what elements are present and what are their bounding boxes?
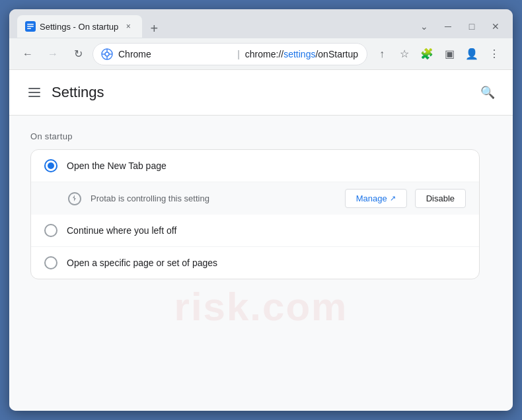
- minimize-button[interactable]: ─: [439, 17, 457, 36]
- navigation-bar: ← → ↻ Chrome | chrome://settings/onStart…: [9, 38, 513, 70]
- browser-action-icons: ↑ ☆ 🧩 ▣ 👤 ⋮: [371, 44, 505, 65]
- tab-favicon: [25, 21, 36, 32]
- title-bar: Settings - On startup × + ⌄ ─ □ ✕: [9, 9, 513, 38]
- address-chrome-label: Chrome: [118, 49, 232, 59]
- section-title: On startup: [30, 131, 492, 141]
- forward-button[interactable]: →: [42, 44, 63, 65]
- radio-specific-page[interactable]: [44, 256, 57, 269]
- page-content: PC risk.com Settings 🔍 On startup: [9, 70, 513, 411]
- disable-button[interactable]: Disable: [415, 189, 466, 208]
- address-url-prefix: chrome://settings/onStartup: [245, 49, 359, 59]
- tab-area: Settings - On startup × +: [17, 15, 410, 38]
- manage-button[interactable]: Manage ↗: [345, 189, 407, 208]
- radio-new-tab[interactable]: [44, 159, 57, 172]
- sidebar-button[interactable]: ▣: [439, 44, 460, 65]
- radio-inner-new-tab: [48, 162, 54, 169]
- settings-header: Settings 🔍: [9, 70, 513, 116]
- new-tab-button[interactable]: +: [145, 19, 163, 38]
- option-specific-page-label: Open a specific page or set of pages: [67, 258, 466, 268]
- extension-icon: [67, 191, 83, 207]
- svg-rect-1: [27, 24, 34, 25]
- extension-text: Protab is controlling this setting: [91, 193, 337, 203]
- option-continue[interactable]: Continue where you left off: [31, 215, 479, 246]
- option-continue-label: Continue where you left off: [67, 225, 466, 236]
- tab-close-button[interactable]: ×: [122, 20, 134, 32]
- close-button[interactable]: ✕: [486, 17, 505, 36]
- manage-external-icon: ↗: [390, 194, 396, 203]
- site-icon: [101, 48, 113, 60]
- menu-toggle-button[interactable]: [22, 81, 46, 104]
- svg-rect-2: [27, 26, 34, 27]
- option-new-tab-label: Open the New Tab page: [67, 160, 466, 171]
- share-button[interactable]: ↑: [371, 44, 392, 65]
- window-controls: ⌄ ─ □ ✕: [415, 17, 505, 36]
- profile-button[interactable]: 👤: [461, 44, 482, 65]
- settings-search-button[interactable]: 🔍: [476, 81, 500, 104]
- address-separator: |: [237, 49, 240, 59]
- radio-continue[interactable]: [44, 224, 57, 237]
- back-button[interactable]: ←: [17, 44, 38, 65]
- tab-title: Settings - On startup: [40, 22, 118, 32]
- options-card: Open the New Tab page Protab is controll…: [30, 149, 480, 279]
- page-title: Settings: [52, 84, 104, 101]
- extensions-button[interactable]: 🧩: [416, 44, 437, 65]
- hamburger-icon: [28, 88, 40, 97]
- extension-control-row: Protab is controlling this setting Manag…: [31, 182, 479, 215]
- bookmark-button[interactable]: ☆: [394, 44, 415, 65]
- settings-body: On startup Open the New Tab page: [9, 116, 513, 295]
- active-tab[interactable]: Settings - On startup ×: [17, 15, 142, 38]
- chevron-button[interactable]: ⌄: [415, 17, 433, 36]
- option-specific-page[interactable]: Open a specific page or set of pages: [31, 246, 479, 279]
- svg-point-5: [105, 52, 109, 56]
- svg-rect-3: [27, 28, 31, 30]
- option-new-tab[interactable]: Open the New Tab page: [31, 150, 479, 182]
- browser-window: Settings - On startup × + ⌄ ─ □ ✕ ← → ↻: [9, 9, 513, 411]
- menu-button[interactable]: ⋮: [484, 44, 505, 65]
- address-bar[interactable]: Chrome | chrome://settings/onStartup: [93, 43, 367, 65]
- maximize-button[interactable]: □: [463, 17, 481, 36]
- reload-button[interactable]: ↻: [67, 44, 89, 65]
